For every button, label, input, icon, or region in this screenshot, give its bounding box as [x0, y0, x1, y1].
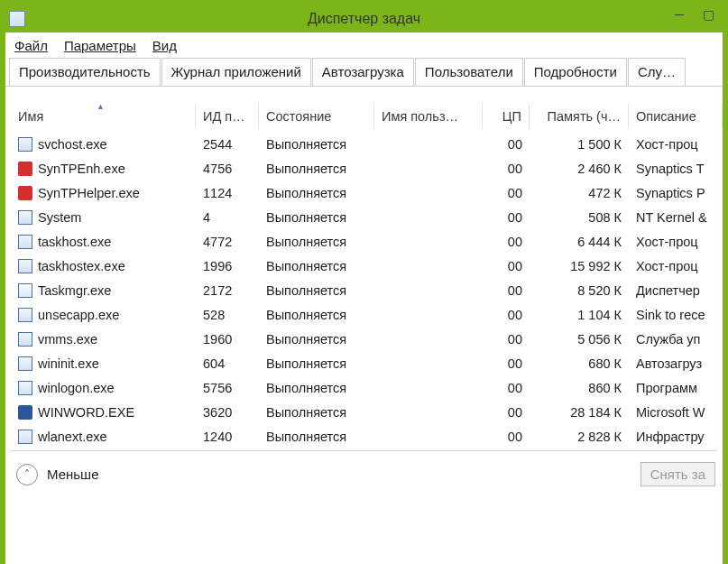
- process-mem: 6 444 К: [530, 233, 629, 251]
- process-state: Выполняется: [259, 330, 374, 348]
- process-state: Выполняется: [259, 233, 374, 251]
- table-row[interactable]: Taskmgr.exe2172Выполняется008 520 КДиспе…: [11, 278, 723, 302]
- process-mem: 1 104 К: [530, 306, 629, 324]
- process-desc: NT Kernel &: [629, 208, 723, 227]
- tab-3[interactable]: Пользователи: [415, 58, 523, 87]
- process-pid: 528: [196, 306, 259, 324]
- table-row[interactable]: unsecapp.exe528Выполняется001 104 КSink …: [11, 302, 723, 327]
- process-icon: [18, 430, 32, 444]
- process-table: Имя ▲ ИД п… Состояние Имя польз… ЦП Памя…: [5, 87, 723, 448]
- col-desc[interactable]: Описание: [629, 104, 723, 129]
- table-row[interactable]: wlanext.exe1240Выполняется002 828 КИнфра…: [11, 424, 723, 448]
- process-desc: Хост-проц: [629, 135, 723, 153]
- maximize-button[interactable]: ▢: [694, 5, 723, 23]
- menu-file[interactable]: Файл: [14, 38, 48, 53]
- col-pid[interactable]: ИД п…: [196, 104, 259, 129]
- col-state[interactable]: Состояние: [259, 104, 374, 129]
- tabs: ПроизводительностьЖурнал приложенийАвтоз…: [5, 57, 723, 87]
- tab-1[interactable]: Журнал приложений: [161, 58, 311, 87]
- process-cpu: 00: [483, 257, 530, 275]
- fewer-details-button[interactable]: ˄ Меньше: [16, 464, 98, 485]
- process-icon: [18, 162, 32, 176]
- process-mem: 2 460 К: [530, 160, 629, 178]
- process-pid: 1996: [196, 257, 259, 275]
- process-mem: 680 К: [530, 355, 629, 373]
- process-pid: 1960: [196, 330, 259, 348]
- process-user: [374, 167, 483, 171]
- process-state: Выполняется: [259, 355, 374, 373]
- col-name[interactable]: Имя ▲: [11, 104, 196, 129]
- col-cpu[interactable]: ЦП: [483, 104, 530, 129]
- tab-2[interactable]: Автозагрузка: [312, 58, 414, 87]
- process-icon: [18, 259, 32, 273]
- process-pid: 5756: [196, 379, 259, 397]
- process-name: System: [38, 210, 81, 225]
- process-desc: Хост-проц: [629, 233, 723, 251]
- process-mem: 8 520 К: [530, 282, 629, 300]
- footer: ˄ Меньше Снять за: [5, 451, 723, 495]
- end-task-button[interactable]: Снять за: [640, 462, 715, 486]
- process-pid: 3620: [196, 403, 259, 421]
- process-user: [374, 289, 483, 292]
- process-pid: 4772: [196, 233, 259, 251]
- tab-5[interactable]: Слу…: [628, 58, 686, 87]
- col-mem[interactable]: Память (ч…: [530, 104, 629, 129]
- process-state: Выполняется: [259, 428, 374, 446]
- table-row[interactable]: SynTPHelper.exe1124Выполняется00472 КSyn…: [11, 180, 723, 205]
- process-icon: [18, 283, 32, 298]
- menu-view[interactable]: Вид: [152, 38, 177, 53]
- process-pid: 4756: [196, 160, 259, 178]
- process-state: Выполняется: [259, 403, 374, 421]
- table-row[interactable]: wininit.exe604Выполняется00680 КАвтозагр…: [11, 351, 723, 375]
- process-desc: Synaptics P: [629, 184, 723, 202]
- process-mem: 1 500 К: [530, 135, 629, 153]
- col-user[interactable]: Имя польз…: [374, 104, 483, 129]
- table-row[interactable]: taskhostex.exe1996Выполняется0015 992 КХ…: [11, 254, 723, 278]
- process-cpu: 00: [483, 306, 530, 324]
- table-row[interactable]: winlogon.exe5756Выполняется00860 КПрогра…: [11, 375, 723, 400]
- process-name: vmms.exe: [38, 332, 97, 347]
- table-row[interactable]: WINWORD.EXE3620Выполняется0028 184 КMicr…: [11, 400, 723, 424]
- tab-0[interactable]: Производительность: [9, 58, 161, 87]
- table-row[interactable]: System4Выполняется00508 КNT Kernel &: [11, 205, 723, 229]
- fewer-label: Меньше: [47, 467, 98, 482]
- tab-4[interactable]: Подробности: [524, 58, 627, 87]
- process-name: taskhostex.exe: [38, 259, 125, 273]
- process-name: wlanext.exe: [38, 430, 107, 444]
- process-icon: [18, 308, 32, 322]
- process-cpu: 00: [483, 184, 530, 202]
- process-cpu: 00: [483, 355, 530, 373]
- process-cpu: 00: [483, 233, 530, 251]
- table-row[interactable]: SynTPEnh.exe4756Выполняется002 460 КSyna…: [11, 156, 723, 180]
- process-state: Выполняется: [259, 135, 374, 153]
- menubar: Файл Параметры Вид: [5, 32, 723, 57]
- process-desc: Хост-проц: [629, 257, 723, 275]
- process-cpu: 00: [483, 135, 530, 153]
- process-user: [374, 143, 483, 146]
- process-desc: Автозагруз: [629, 355, 723, 373]
- window-controls: ─ ▢: [665, 5, 723, 23]
- table-row[interactable]: svchost.exe2544Выполняется001 500 КХост-…: [11, 132, 723, 156]
- process-user: [374, 264, 483, 268]
- process-pid: 2172: [196, 282, 259, 300]
- table-row[interactable]: taskhost.exe4772Выполняется006 444 КХост…: [11, 229, 723, 254]
- table-header: Имя ▲ ИД п… Состояние Имя польз… ЦП Памя…: [11, 101, 723, 132]
- minimize-button[interactable]: ─: [665, 5, 694, 23]
- process-mem: 15 992 К: [530, 257, 629, 275]
- process-state: Выполняется: [259, 379, 374, 397]
- process-user: [374, 386, 483, 390]
- process-desc: Программ: [629, 379, 723, 397]
- process-name: SynTPEnh.exe: [38, 162, 125, 176]
- process-name: WINWORD.EXE: [38, 405, 134, 420]
- process-desc: Служба уп: [629, 330, 723, 348]
- process-name: taskhost.exe: [38, 235, 111, 249]
- process-desc: Диспетчер: [629, 282, 723, 300]
- process-icon: [18, 235, 32, 249]
- process-name: winlogon.exe: [38, 381, 115, 395]
- process-user: [374, 191, 483, 195]
- process-icon: [18, 356, 32, 371]
- process-cpu: 00: [483, 160, 530, 178]
- menu-options[interactable]: Параметры: [64, 38, 136, 53]
- process-mem: 508 К: [530, 208, 629, 227]
- table-row[interactable]: vmms.exe1960Выполняется005 056 КСлужба у…: [11, 327, 723, 351]
